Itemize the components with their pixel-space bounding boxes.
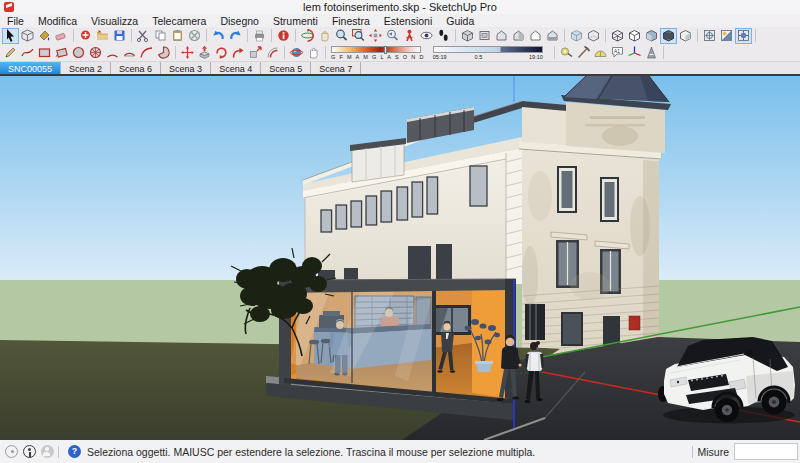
- rotate-tool-button[interactable]: [213, 45, 230, 61]
- title-bar: lem fotoinserimento.skp - SketchUp Pro: [0, 0, 800, 14]
- orbit-tool-button[interactable]: [288, 45, 305, 61]
- text-tool-button[interactable]: A1: [609, 45, 626, 61]
- shadows-toggle-button[interactable]: [718, 28, 735, 44]
- view-top-button[interactable]: [476, 28, 493, 44]
- save-file-button[interactable]: [111, 28, 128, 44]
- sketchup-window: lem fotoinserimento.skp - SketchUp Pro F…: [0, 0, 800, 463]
- line-tool-button[interactable]: [2, 45, 19, 61]
- push-pull-tool-button[interactable]: [196, 45, 213, 61]
- scene-tabs: SNC00055Scena 2Scena 6Scena 3Scena 4Scen…: [0, 62, 800, 76]
- toolbar: G F M A M G L A S O N D05:190.519:10A1: [0, 27, 800, 62]
- shadow-months: G F M A M G L A S O N D: [331, 54, 425, 60]
- window-title: lem fotoinserimento.skp - SketchUp Pro: [0, 1, 800, 13]
- follow-me-tool-button[interactable]: [230, 45, 247, 61]
- open-file-button[interactable]: [94, 28, 111, 44]
- style-hidden-line-button[interactable]: [626, 28, 643, 44]
- use-sun-for-shading-button[interactable]: [735, 28, 752, 44]
- menu-modifica[interactable]: Modifica: [31, 15, 84, 27]
- 3d-text-button[interactable]: [643, 45, 660, 61]
- scene-tab-snc00055[interactable]: SNC00055: [0, 62, 61, 74]
- menu-disegno[interactable]: Disegno: [213, 15, 266, 27]
- scene-tab-scena-5[interactable]: Scena 5: [261, 62, 311, 74]
- scene-tab-scena-6[interactable]: Scena 6: [111, 62, 161, 74]
- polygon-tool-button[interactable]: [87, 45, 104, 61]
- position-camera-button[interactable]: [401, 28, 418, 44]
- viewport-3d[interactable]: [0, 76, 800, 440]
- measurements: Misure: [688, 443, 800, 460]
- status-bar: ? Seleziona oggetti. MAIUSC per estender…: [0, 440, 800, 463]
- menu-finestra[interactable]: Finestra: [325, 15, 377, 27]
- menu-visualizza[interactable]: Visualizza: [84, 15, 145, 27]
- scale-tool-button[interactable]: [247, 45, 264, 61]
- credits-indicator-icon: [23, 445, 36, 458]
- look-around-button[interactable]: [418, 28, 435, 44]
- style-shaded-textures-button[interactable]: [660, 28, 677, 44]
- help-button[interactable]: ?: [68, 445, 81, 458]
- move-tool-button[interactable]: [179, 45, 196, 61]
- view-iso-button[interactable]: [459, 28, 476, 44]
- zoom-previous-button[interactable]: [384, 28, 401, 44]
- cut-button[interactable]: [135, 28, 152, 44]
- eraser-tool-button[interactable]: [53, 28, 70, 44]
- measure-input[interactable]: [734, 443, 798, 460]
- svg-text:A1: A1: [614, 49, 620, 54]
- make-component-button[interactable]: [19, 28, 36, 44]
- two-point-arc-tool-button[interactable]: [121, 45, 138, 61]
- menu-file[interactable]: File: [0, 15, 31, 27]
- shadow-date-slider[interactable]: G F M A M G L A S O N D: [331, 46, 425, 60]
- scene-tab-scena-3[interactable]: Scena 3: [161, 62, 211, 74]
- print-button[interactable]: [251, 28, 268, 44]
- rectangle-tool-button[interactable]: [36, 45, 53, 61]
- style-xray-button[interactable]: [568, 28, 585, 44]
- pan-tool-button[interactable]: [305, 45, 322, 61]
- copy-button[interactable]: [152, 28, 169, 44]
- axes-tool-button[interactable]: [626, 45, 643, 61]
- pie-tool-button[interactable]: [155, 45, 172, 61]
- zoom-extents-button[interactable]: [367, 28, 384, 44]
- protractor-button[interactable]: [592, 45, 609, 61]
- style-back-edges-button[interactable]: [585, 28, 602, 44]
- freehand-tool-button[interactable]: [19, 45, 36, 61]
- rotated-rectangle-tool-button[interactable]: [53, 45, 70, 61]
- scene-tab-scena-2[interactable]: Scena 2: [61, 62, 111, 74]
- scene-tab-scena-7[interactable]: Scena 7: [311, 62, 361, 74]
- view-front-button[interactable]: [493, 28, 510, 44]
- claim-indicator-icon: [5, 445, 18, 458]
- menu-strumenti[interactable]: Strumenti: [266, 15, 325, 27]
- three-point-arc-tool-button[interactable]: [138, 45, 155, 61]
- menu-telecamera[interactable]: Telecamera: [145, 15, 213, 27]
- measure-label: Misure: [697, 446, 729, 458]
- user-indicator-icon: [41, 445, 54, 458]
- walk-button[interactable]: [435, 28, 452, 44]
- circle-tool-button[interactable]: [70, 45, 87, 61]
- style-shaded-button[interactable]: [643, 28, 660, 44]
- dimensions-button[interactable]: [575, 45, 592, 61]
- style-monochrome-button[interactable]: [677, 28, 694, 44]
- red-wall-box: [629, 316, 640, 330]
- redo-button[interactable]: [227, 28, 244, 44]
- view-back-button[interactable]: [544, 28, 561, 44]
- undo-button[interactable]: [210, 28, 227, 44]
- menu-bar: FileModificaVisualizzaTelecameraDisegnoS…: [0, 14, 800, 27]
- add-location-button[interactable]: [77, 28, 94, 44]
- pan-button[interactable]: [316, 28, 333, 44]
- arc-tool-button[interactable]: [104, 45, 121, 61]
- select-tool-button[interactable]: [2, 28, 19, 44]
- style-wireframe-button[interactable]: [609, 28, 626, 44]
- shadow-time-slider[interactable]: 05:190.519:10: [433, 46, 543, 60]
- paint-bucket-button[interactable]: [36, 28, 53, 44]
- tape-measure-button[interactable]: [558, 45, 575, 61]
- paste-button[interactable]: [169, 28, 186, 44]
- view-right-button[interactable]: [510, 28, 527, 44]
- menu-guida[interactable]: Guida: [439, 15, 481, 27]
- orbit-button[interactable]: [299, 28, 316, 44]
- offset-tool-button[interactable]: [264, 45, 281, 61]
- scene-tab-scena-4[interactable]: Scena 4: [211, 62, 261, 74]
- zoom-button[interactable]: [333, 28, 350, 44]
- model-info-button[interactable]: [275, 28, 292, 44]
- zoom-window-button[interactable]: [350, 28, 367, 44]
- shadows-dialog-button[interactable]: [701, 28, 718, 44]
- menu-estensioni[interactable]: Estensioni: [377, 15, 439, 27]
- delete-button[interactable]: [186, 28, 203, 44]
- view-left-button[interactable]: [527, 28, 544, 44]
